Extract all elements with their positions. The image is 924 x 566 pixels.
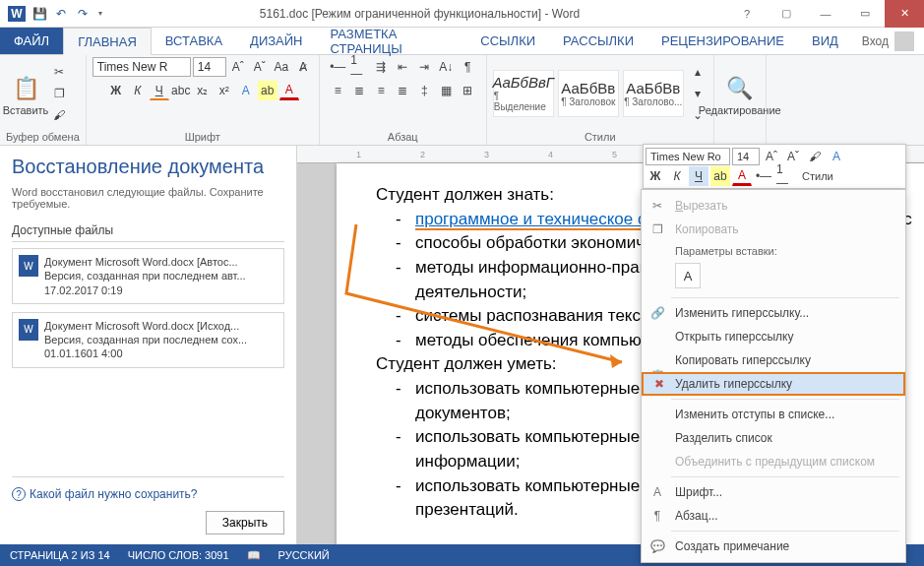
help-button[interactable]: ? [727, 0, 767, 28]
decrease-indent-icon[interactable]: ⇤ [393, 57, 412, 77]
maximize-button[interactable]: ▭ [845, 0, 885, 28]
mini-font-color-icon[interactable]: A [732, 166, 752, 186]
mini-styles-icon[interactable]: A [827, 147, 846, 166]
mini-highlight-icon[interactable]: ab [710, 166, 730, 186]
status-page[interactable]: СТРАНИЦА 2 ИЗ 14 [10, 549, 110, 561]
ribbon-options-button[interactable]: ▢ [767, 0, 806, 28]
styles-up-icon[interactable]: ▴ [688, 62, 708, 82]
align-left-icon[interactable]: ≡ [328, 81, 347, 100]
style-heading2[interactable]: АаБбВв¶ Заголово... [623, 70, 684, 117]
tab-view[interactable]: ВИД [798, 28, 852, 54]
sort-icon[interactable]: A↓ [436, 57, 456, 77]
mini-font-size[interactable]: 14 [732, 148, 760, 165]
show-marks-icon[interactable]: ¶ [458, 57, 477, 77]
grow-font-icon[interactable]: Aˆ [228, 57, 248, 77]
highlight-icon[interactable]: ab [258, 81, 277, 100]
subscript-icon[interactable]: x₂ [193, 81, 213, 100]
ctx-remove-hyperlink[interactable]: ✖Удалить гиперссылку [642, 372, 905, 396]
ctx-adjust-indents[interactable]: Изменить отступы в списке... [642, 403, 905, 426]
ctx-font[interactable]: AШрифт... [642, 480, 905, 504]
context-menu: ✂Вырезать ❐Копировать 📋Параметры вставки… [641, 189, 906, 563]
doc-version: Версия, созданная при последнем авт... [44, 269, 246, 283]
ctx-split-list[interactable]: Разделить список [642, 426, 905, 450]
ctx-new-comment[interactable]: 💬Создать примечание [642, 535, 905, 558]
justify-icon[interactable]: ≣ [393, 81, 412, 100]
ctx-copy[interactable]: ❐Копировать [642, 218, 905, 241]
font-name-box[interactable]: Times New R [92, 57, 191, 77]
italic-icon[interactable]: К [128, 81, 148, 100]
doc-version: Версия, созданная при последнем сох... [44, 333, 247, 346]
sign-in[interactable]: Вход [852, 28, 924, 54]
bullets-icon[interactable]: •— [328, 57, 347, 77]
ctx-merge-list[interactable]: Объединить с предыдущим списком [642, 450, 905, 473]
ctx-open-hyperlink[interactable]: Открыть гиперссылку [642, 325, 905, 348]
which-file-help-link[interactable]: ? Какой файл нужно сохранить? [12, 487, 198, 501]
shading-icon[interactable]: ▦ [436, 81, 456, 100]
redo-icon[interactable]: ↷ [75, 6, 91, 22]
font-size-box[interactable]: 14 [193, 57, 226, 77]
editing-button[interactable]: 🔍 Редактирование [720, 71, 760, 116]
mini-styles-button[interactable]: Стили [797, 166, 838, 186]
mini-bullets-icon[interactable]: •— [754, 166, 773, 186]
mini-numbering-icon[interactable]: 1— [775, 166, 795, 186]
close-button[interactable]: ✕ [885, 0, 924, 28]
cut-icon[interactable]: ✂ [49, 62, 69, 82]
doc-time: 17.02.2017 0:19 [44, 283, 246, 297]
font-color-icon[interactable]: A [279, 81, 299, 100]
recovery-close-button[interactable]: Закрыть [206, 511, 284, 535]
increase-indent-icon[interactable]: ⇥ [414, 57, 434, 77]
ctx-copy-hyperlink[interactable]: Копировать гиперссылку [642, 348, 905, 372]
tab-mailings[interactable]: РАССЫЛКИ [549, 28, 647, 54]
mini-format-painter-icon[interactable]: 🖌 [805, 147, 825, 166]
borders-icon[interactable]: ⊞ [458, 81, 477, 100]
tab-references[interactable]: ССЫЛКИ [466, 28, 549, 54]
clear-format-icon[interactable]: A̷ [293, 57, 313, 77]
font-group-label: Шрифт [92, 129, 313, 145]
shrink-font-icon[interactable]: Aˇ [250, 57, 270, 77]
group-clipboard: 📋 Вставить ✂ ❐ 🖌 Буфер обмена [0, 55, 87, 145]
minimize-button[interactable]: — [806, 0, 845, 28]
style-heading1[interactable]: АаБбВв¶ Заголовок [558, 70, 619, 117]
status-language[interactable]: РУССКИЙ [278, 549, 330, 561]
mini-underline-icon[interactable]: Ч [689, 166, 708, 186]
style-emphasis[interactable]: АаБбВвГ¶ Выделение [493, 70, 554, 117]
paste-keep-text-icon[interactable]: A [675, 263, 701, 288]
align-right-icon[interactable]: ≡ [371, 81, 391, 100]
text-effect-icon[interactable]: A [236, 81, 256, 100]
mini-bold-icon[interactable]: Ж [646, 166, 665, 186]
align-center-icon[interactable]: ≣ [349, 81, 369, 100]
separator [671, 476, 899, 477]
line-spacing-icon[interactable]: ‡ [414, 81, 434, 100]
bold-icon[interactable]: Ж [106, 81, 126, 100]
strike-icon[interactable]: abc [171, 81, 191, 100]
ctx-paragraph[interactable]: ¶Абзац... [642, 504, 905, 528]
undo-icon[interactable]: ↶ [53, 6, 69, 22]
format-painter-icon[interactable]: 🖌 [49, 105, 69, 125]
tab-design[interactable]: ДИЗАЙН [236, 28, 316, 54]
mini-italic-icon[interactable]: К [667, 166, 687, 186]
avatar-icon [894, 31, 914, 51]
ctx-edit-hyperlink[interactable]: 🔗Изменить гиперссылку... [642, 301, 905, 325]
mini-font-name[interactable]: Times New Ro [646, 148, 730, 165]
change-case-icon[interactable]: Aa [272, 57, 291, 77]
copy-icon[interactable]: ❐ [49, 84, 69, 103]
numbering-icon[interactable]: 1— [349, 57, 369, 77]
status-proofing-icon[interactable]: 📖 [247, 549, 261, 562]
ribbon: 📋 Вставить ✂ ❐ 🖌 Буфер обмена Times New … [0, 55, 924, 146]
status-words[interactable]: ЧИСЛО СЛОВ: 3091 [128, 549, 229, 561]
multilevel-icon[interactable]: ⇶ [371, 57, 391, 77]
underline-icon[interactable]: Ч [150, 81, 169, 100]
recovered-doc-item[interactable]: W Документ Microsoft Word.docx [Автос...… [12, 248, 284, 304]
tab-home[interactable]: ГЛАВНАЯ [63, 28, 152, 55]
tab-review[interactable]: РЕЦЕНЗИРОВАНИЕ [647, 28, 798, 54]
qat-dropdown-icon[interactable]: ▾ [96, 9, 104, 18]
tab-file[interactable]: ФАЙЛ [0, 28, 63, 54]
superscript-icon[interactable]: x² [215, 81, 234, 100]
tab-layout[interactable]: РАЗМЕТКА СТРАНИЦЫ [317, 28, 467, 54]
recovered-doc-item[interactable]: W Документ Microsoft Word.docx [Исход...… [12, 312, 284, 368]
tab-insert[interactable]: ВСТАВКА [152, 28, 236, 54]
ctx-cut[interactable]: ✂Вырезать [642, 194, 905, 218]
styles-down-icon[interactable]: ▾ [688, 84, 708, 103]
paste-button[interactable]: 📋 Вставить [6, 71, 45, 116]
save-icon[interactable]: 💾 [31, 6, 47, 22]
